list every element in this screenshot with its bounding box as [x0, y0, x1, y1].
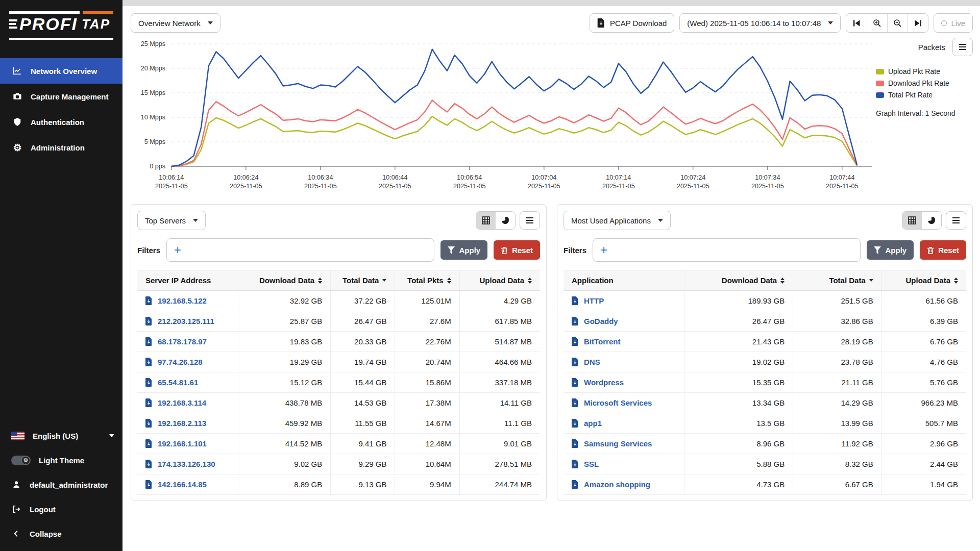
sort-desc-icon[interactable] — [382, 279, 386, 282]
sort-icon[interactable] — [954, 278, 958, 284]
language-selector[interactable]: English (US) — [0, 423, 122, 448]
row-link[interactable]: Microsoft Services — [584, 398, 652, 407]
zoom-in-button[interactable] — [867, 14, 887, 32]
row-link[interactable]: BitTorrent — [584, 337, 620, 346]
pcap-download-icon[interactable] — [572, 480, 578, 489]
column-header[interactable]: Upload Data — [459, 270, 540, 291]
pcap-download-icon[interactable] — [145, 460, 152, 468]
sort-icon[interactable] — [318, 278, 322, 284]
cell-value: 19.02 GB — [684, 352, 793, 372]
row-link[interactable]: app1 — [584, 419, 602, 428]
pcap-download-icon[interactable] — [572, 317, 578, 325]
row-link[interactable]: 142.166.14.85 — [158, 480, 207, 489]
pcap-download-icon[interactable] — [572, 296, 578, 305]
skip-to-end-button[interactable] — [908, 14, 928, 32]
pcap-download-icon[interactable] — [572, 439, 578, 448]
row-link[interactable]: 212.203.125.111 — [158, 317, 214, 325]
row-link[interactable]: 174.133.126.130 — [158, 460, 215, 468]
column-header[interactable]: Total Data — [331, 270, 395, 291]
legend-item[interactable]: Upload Pkt Rate — [876, 67, 973, 76]
column-header[interactable]: Download Data — [684, 270, 793, 291]
pcap-download-icon[interactable] — [572, 460, 578, 468]
pcap-download-icon[interactable] — [145, 358, 152, 366]
filters-input-area[interactable]: + — [593, 238, 861, 262]
add-filter-icon[interactable]: + — [600, 244, 607, 256]
reset-filters-button[interactable]: Reset — [494, 240, 540, 260]
row-link[interactable]: Wordpress — [584, 378, 624, 387]
sidebar-item-network-overview[interactable]: Network Overview — [0, 58, 122, 84]
collapse-button[interactable]: Collapse — [0, 521, 122, 546]
current-user[interactable]: default_administrator — [0, 472, 122, 497]
row-link[interactable]: 192.168.5.122 — [158, 296, 207, 305]
sidebar-item-administration[interactable]: ⚙ Administration — [0, 135, 122, 160]
reset-filters-button[interactable]: Reset — [920, 240, 966, 260]
pcap-download-icon[interactable] — [145, 439, 152, 448]
sort-desc-icon[interactable] — [869, 279, 873, 282]
pcap-download-icon[interactable] — [572, 358, 578, 366]
table-view-button[interactable] — [476, 212, 496, 229]
sort-icon[interactable] — [780, 278, 785, 284]
pie-view-button[interactable] — [922, 212, 941, 229]
pcap-download-icon[interactable] — [145, 337, 152, 346]
pcap-download-icon[interactable] — [145, 317, 152, 325]
row-link[interactable]: 97.74.26.128 — [158, 358, 203, 366]
pcap-download-icon[interactable] — [572, 378, 578, 387]
pcap-download-icon[interactable] — [572, 419, 578, 428]
sort-icon[interactable] — [447, 278, 451, 284]
pcap-download-icon[interactable] — [572, 337, 578, 346]
row-link[interactable]: 65.54.81.61 — [158, 378, 198, 387]
zoom-out-button[interactable] — [887, 14, 908, 32]
row-link[interactable]: HTTP — [584, 296, 604, 305]
column-header[interactable]: Total Pkts — [395, 270, 459, 291]
pie-view-button[interactable] — [496, 212, 515, 229]
pcap-download-icon[interactable] — [145, 398, 152, 407]
pcap-download-icon[interactable] — [145, 378, 152, 387]
applications-selector-dropdown[interactable]: Most Used Applications — [564, 211, 671, 230]
row-link[interactable]: DNS — [584, 358, 600, 366]
row-link[interactable]: 68.178.178.97 — [158, 337, 207, 346]
skip-to-start-button[interactable] — [846, 14, 867, 32]
live-toggle-button[interactable]: Live — [934, 13, 973, 33]
pcap-download-icon[interactable] — [572, 398, 578, 407]
apply-filters-button[interactable]: Apply — [867, 240, 914, 260]
row-link[interactable]: SSL — [584, 460, 599, 468]
logo-equalizer-icon — [9, 19, 17, 29]
pcap-download-icon[interactable] — [145, 296, 152, 305]
row-name-cell: 97.74.26.128 — [137, 352, 238, 372]
filters-input-area[interactable]: + — [166, 238, 434, 262]
pcap-download-icon[interactable] — [145, 480, 152, 489]
theme-toggle[interactable]: ⚙ — [11, 456, 31, 465]
sidebar-item-authentication[interactable]: Authentication — [0, 109, 122, 135]
logout-button[interactable]: Logout — [0, 497, 122, 521]
row-link[interactable]: 192.168.2.113 — [158, 419, 206, 428]
pcap-download-button[interactable]: PCAP Download — [590, 13, 674, 33]
sort-icon[interactable] — [528, 278, 532, 284]
row-link[interactable]: Amazon shopping — [584, 480, 650, 489]
cell-value: 12.48M — [395, 434, 459, 454]
row-link[interactable]: GoDaddy — [584, 317, 618, 325]
legend-item[interactable]: Download Pkt Rate — [876, 79, 973, 87]
apply-filters-button[interactable]: Apply — [440, 240, 487, 260]
time-range-dropdown[interactable]: (Wed) 2025-11-05 10:06:14 to 10:07:48 — [679, 13, 841, 33]
view-selector-dropdown[interactable]: Overview Network — [131, 13, 220, 33]
add-filter-icon[interactable]: + — [174, 244, 181, 256]
column-header-label: Application — [572, 276, 614, 285]
sidebar-item-capture-management[interactable]: Capture Management — [0, 84, 122, 109]
table-row: Amazon shopping4.73 GB6.67 GB1.94 GB — [564, 474, 966, 495]
theme-toggle-row[interactable]: ⚙ Light Theme — [0, 448, 122, 472]
column-header[interactable]: Total Data — [793, 270, 882, 291]
row-link[interactable]: Samsung Services — [584, 439, 652, 448]
chart-menu-button[interactable] — [952, 38, 973, 56]
legend-item[interactable]: Total Pkt Rate — [876, 91, 973, 99]
column-header[interactable]: Upload Data — [881, 270, 966, 291]
column-header[interactable]: Download Data — [238, 270, 330, 291]
top-servers-selector-dropdown[interactable]: Top Servers — [137, 211, 206, 230]
table-view-button[interactable] — [902, 212, 922, 229]
panel-menu-button[interactable] — [946, 211, 966, 230]
row-link[interactable]: 192.168.1.101 — [158, 439, 207, 448]
cell-value: 1.94 GB — [881, 474, 966, 495]
pcap-download-icon[interactable] — [145, 419, 152, 428]
row-link[interactable]: 192.168.3.114 — [158, 398, 206, 407]
svg-text:2025-11-05: 2025-11-05 — [304, 182, 337, 190]
panel-menu-button[interactable] — [520, 211, 540, 230]
